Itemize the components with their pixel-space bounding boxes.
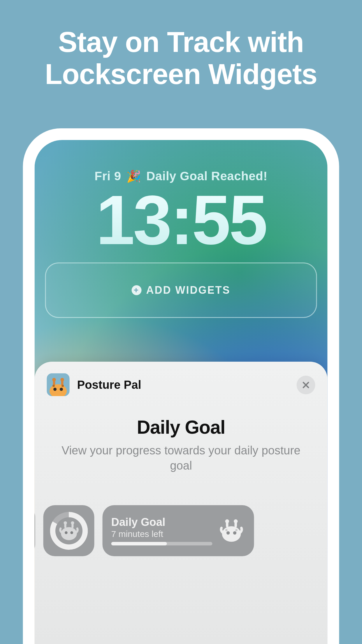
widget-description: View your progress towards your daily po… (52, 443, 310, 473)
svg-point-7 (60, 378, 64, 382)
lockscreen: Fri 9 🎉 Daily Goal Reached! 13:55 + ADD … (35, 140, 328, 644)
widget-wide-subtitle: 7 minutes left (111, 529, 212, 539)
widget-option-peek[interactable] (35, 505, 35, 556)
svg-point-25 (235, 529, 238, 531)
sheet-body: Daily Goal View your progress towards yo… (35, 396, 328, 473)
app-name: Posture Pal (77, 378, 141, 391)
plus-circle-icon: + (132, 285, 142, 295)
sheet-header: Posture Pal (35, 373, 328, 396)
close-icon (302, 381, 310, 389)
page-title: Stay on Track with Lockscreen Widgets (0, 0, 362, 90)
widget-progress-fill (111, 542, 167, 545)
svg-point-18 (226, 531, 230, 534)
giraffe-icon (57, 519, 80, 542)
lockscreen-top: Fri 9 🎉 Daily Goal Reached! 13:55 (35, 140, 328, 255)
svg-point-24 (225, 529, 228, 531)
svg-point-23 (234, 519, 238, 523)
close-button[interactable] (297, 376, 315, 394)
lockscreen-time: 13:55 (35, 185, 328, 255)
widget-picker-sheet: Posture Pal Daily Goal View your progres… (35, 362, 328, 644)
widget-wide-text: Daily Goal 7 minutes left (111, 516, 212, 545)
widget-wide-title: Daily Goal (111, 516, 212, 528)
widget-option-wide[interactable]: Daily Goal 7 minutes left (103, 505, 254, 556)
add-widgets-button[interactable]: + ADD WIDGETS (45, 262, 317, 318)
svg-point-15 (64, 521, 67, 524)
svg-point-22 (225, 519, 229, 523)
giraffe-icon (218, 517, 245, 545)
app-icon (47, 373, 70, 396)
svg-point-12 (70, 531, 73, 534)
svg-point-10 (61, 527, 77, 540)
widget-option-small[interactable] (43, 505, 94, 556)
svg-point-11 (65, 531, 68, 534)
svg-point-6 (52, 378, 56, 382)
svg-point-19 (233, 531, 236, 534)
svg-point-17 (222, 526, 241, 542)
widget-progress-bar (111, 542, 212, 545)
svg-point-2 (53, 388, 57, 391)
phone-frame: Fri 9 🎉 Daily Goal Reached! 13:55 + ADD … (23, 128, 339, 644)
svg-point-9 (61, 385, 64, 387)
svg-point-3 (60, 388, 63, 391)
widget-title: Daily Goal (52, 416, 310, 438)
widget-options-row: Daily Goal 7 minutes left (35, 505, 328, 556)
svg-point-8 (52, 385, 55, 387)
add-widgets-label: ADD WIDGETS (146, 284, 231, 296)
svg-point-16 (71, 521, 74, 524)
